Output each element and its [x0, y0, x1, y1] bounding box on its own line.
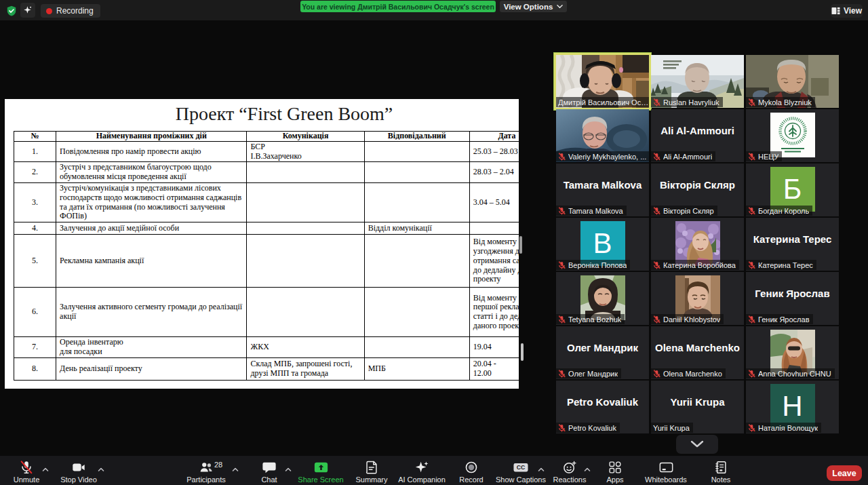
ai-companion-topbar-button[interactable] — [20, 3, 35, 18]
view-options-button[interactable]: View Options — [500, 1, 567, 12]
muted-mic-icon — [558, 207, 566, 215]
participant-tile-нецу[interactable]: НЕЦУ — [746, 109, 839, 162]
document-title: Проект “First Green Boom” — [5, 102, 519, 125]
participant-tile-олег-мандрик[interactable]: Олег Мандрик Олег Мандрик — [556, 326, 649, 379]
table-header-cell: Найменування проміжних дій — [56, 132, 247, 142]
table-header-cell: № — [14, 132, 56, 142]
recording-indicator[interactable]: Recording — [41, 4, 100, 18]
participant-display-name: Ali Al-Ammouri — [654, 109, 741, 151]
document-table: №Найменування проміжних дійКомунікаціяВі… — [14, 131, 519, 381]
table-cell-communication — [247, 162, 364, 183]
participant-tile-ruslan-havryliuk[interactable]: Ruslan Havryliuk — [651, 55, 744, 108]
participant-name-label: Богдан Король — [746, 206, 812, 216]
document-scrollbar-thumb[interactable] — [519, 236, 522, 254]
participant-tile-катерина-воробйова[interactable]: Катерина Воробйова — [651, 218, 744, 271]
participant-name-text: Mykola Blyzniuk — [758, 98, 812, 106]
participant-tile-daniil-khlobystov[interactable]: Daniil Khlobystov — [651, 272, 744, 325]
participant-name-text: Valeriy Mykhaylenko, ... — [568, 153, 646, 161]
table-header-cell: Комунікація — [247, 132, 364, 142]
participant-tile-mykola-blyzniuk[interactable]: Mykola Blyzniuk — [746, 55, 839, 108]
security-shield-icon[interactable] — [6, 5, 17, 16]
participant-name-text: Ruslan Havryliuk — [663, 98, 719, 106]
participant-name-label: Daniil Khlobystov — [651, 314, 724, 324]
participant-tile-геник-ярослав[interactable]: Геник Ярослав Геник Ярослав — [746, 272, 839, 325]
muted-mic-icon — [748, 370, 755, 378]
participant-name-label: Ruslan Havryliuk — [651, 97, 723, 107]
record-label: Record — [459, 476, 483, 484]
participants-icon — [199, 460, 214, 474]
participant-tile-наталія-волощук[interactable]: Н Наталія Волощук — [746, 381, 839, 433]
participant-tile-yurii-krupa[interactable]: Yurii KrupaYurii Krupa — [651, 381, 744, 433]
participant-tile-petro-kovaliuk[interactable]: Petro Kovaliuk Petro Kovaliuk — [556, 381, 649, 433]
notes-label: Notes — [711, 476, 731, 484]
participant-name-text: Катерина Воробйова — [663, 261, 736, 269]
muted-mic-icon — [558, 424, 566, 432]
participant-tile-olena-marchenko[interactable]: Olena Marchenko Olena Marchenko — [651, 326, 744, 379]
participant-name-text: Tetyana Bozhuk — [568, 315, 621, 324]
chevron-up-icon — [97, 466, 105, 473]
reactions-label: Reactions — [553, 476, 587, 484]
participant-name-text: Вікторія Скляр — [663, 207, 714, 215]
participant-tile-катерина-терес[interactable]: Катерина Терес Катерина Терес — [746, 218, 839, 271]
muted-mic-icon — [748, 261, 755, 269]
table-cell-num: 8. — [14, 358, 56, 381]
participant-name-text: Вероніка Попова — [568, 261, 627, 269]
participant-name-text: Ali Al-Ammouri — [663, 153, 712, 161]
muted-mic-icon — [653, 153, 660, 161]
stop-video-caret-button[interactable] — [97, 463, 105, 470]
gallery-scroll-down-button[interactable] — [676, 435, 718, 454]
table-cell-date: 28.03 – 2.04 — [469, 162, 519, 183]
participant-tile-valeriy-mykhaylenko[interactable]: Valeriy Mykhaylenko, ... — [556, 109, 649, 162]
participants-label: Participants — [186, 476, 225, 484]
table-cell-num: 1. — [14, 141, 56, 162]
participant-name-text: Anna Chovhun CHNU — [758, 370, 831, 378]
table-cell-responsible — [364, 182, 469, 222]
muted-mic-icon — [748, 207, 755, 215]
whiteboards-label: Whiteboards — [645, 476, 687, 484]
table-header-cell: Відповідальний — [364, 132, 469, 142]
stop-video-label: Stop Video — [60, 476, 97, 484]
document-scrollbar-thumb-2[interactable] — [521, 343, 524, 361]
captions-icon: CC — [513, 460, 529, 474]
table-cell-action: Оренда інвентарю для посадки — [56, 337, 247, 358]
muted-mic-icon — [558, 370, 566, 378]
participant-name-label: Tetyana Bozhuk — [556, 314, 625, 324]
participant-tile-anna-chovhun-chnu[interactable]: Anna Chovhun CHNU — [746, 326, 839, 379]
participant-display-name: Petro Kovaliuk — [559, 381, 646, 423]
participant-name-label: НЕЦУ — [746, 151, 782, 161]
participant-tile-ali-al-ammouri[interactable]: Ali Al-Ammouri Ali Al-Ammouri — [651, 109, 744, 162]
ai-companion-icon — [414, 460, 429, 474]
participant-display-name: Вікторія Скляр — [654, 163, 741, 206]
table-cell-num: 5. — [14, 235, 56, 288]
participant-tile-дмитрій-васильович-осадчук[interactable]: Дмитрій Васильович Осадчук — [556, 55, 649, 108]
meeting-topbar: Recording You are viewing Дмитрій Василь… — [0, 0, 868, 20]
chevron-down-icon — [557, 4, 563, 9]
notes-button[interactable]: Notes — [690, 460, 751, 484]
unmute-label: Unmute — [14, 476, 40, 484]
participant-tile-богдан-король[interactable]: Б Богдан Король — [746, 163, 839, 216]
avatar-letter: В — [593, 229, 612, 258]
participant-name-text: Petro Kovaliuk — [568, 424, 616, 432]
participants-count-badge: 28 — [214, 461, 222, 469]
participant-name-label: Anna Chovhun CHNU — [746, 368, 835, 379]
table-cell-num: 3. — [14, 182, 56, 222]
participant-tile-tetyana-bozhuk[interactable]: Tetyana Bozhuk — [556, 272, 649, 325]
chat-label: Chat — [261, 476, 277, 484]
participant-tile-tamara-malkova[interactable]: Tamara Malkova Tamara Malkova — [556, 163, 649, 216]
apps-label: Apps — [606, 476, 623, 484]
muted-mic-icon — [748, 98, 755, 106]
participants-button[interactable]: Participants — [176, 460, 237, 484]
apps-icon — [608, 460, 623, 474]
participant-name-label: Наталія Волощук — [746, 423, 821, 433]
share-screen-icon — [313, 460, 329, 474]
participant-tile-вероніка-попова[interactable]: В Вероніка Попова — [556, 218, 649, 271]
table-cell-date: 3.04 – 5.04 — [469, 182, 519, 222]
participant-name-text: Yurii Krupa — [653, 424, 690, 432]
leave-button[interactable]: Leave — [827, 465, 862, 481]
view-button[interactable]: View — [831, 4, 863, 18]
participant-tile-вікторія-скляр[interactable]: Вікторія Скляр Вікторія Скляр — [651, 163, 744, 216]
table-cell-date: Від моменту пу першої рекламн статті і д… — [469, 288, 519, 337]
participant-name-text: Наталія Волощук — [758, 424, 818, 432]
whiteboards-button[interactable]: Whiteboards — [635, 460, 696, 484]
viewing-screen-banner: You are viewing Дмитрій Васильович Осадч… — [300, 1, 496, 12]
